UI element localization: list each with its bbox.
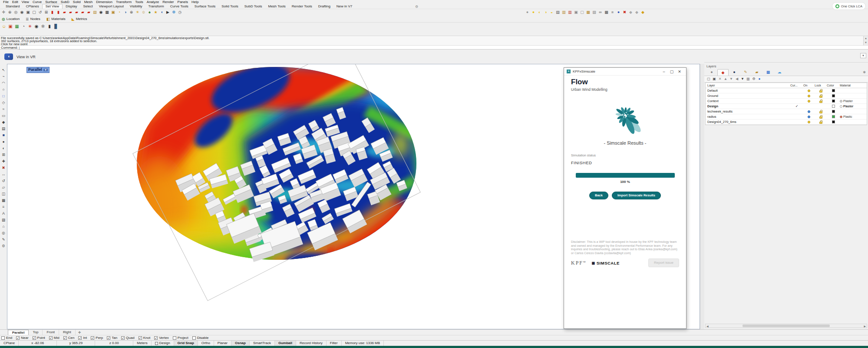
- toolbar-tab-render-tools[interactable]: Render Tools: [289, 4, 315, 9]
- menu-tools[interactable]: Tools: [133, 0, 145, 4]
- display-icon[interactable]: ●: [729, 69, 740, 76]
- menu-view[interactable]: View: [20, 0, 31, 4]
- trim-icon[interactable]: ✖: [1, 165, 6, 170]
- layer-lock-toggle[interactable]: [815, 110, 827, 113]
- camera-dark-icon[interactable]: ◉: [33, 23, 40, 30]
- gem3-icon[interactable]: ◆: [640, 10, 646, 15]
- toolbar-tab-surface-tools[interactable]: Surface Tools: [191, 4, 218, 9]
- v7-icon[interactable]: ▦: [762, 69, 774, 76]
- star-icon[interactable]: ★: [153, 10, 158, 15]
- settings-icon[interactable]: ⚙: [1, 243, 6, 249]
- toolbar-tab-visibility[interactable]: Visibility: [127, 4, 145, 9]
- minimize-button[interactable]: –: [660, 70, 668, 74]
- checkbox-disable[interactable]: [192, 336, 196, 340]
- osnap-project[interactable]: Project: [173, 336, 188, 340]
- layer-material[interactable]: Plastic: [840, 115, 867, 118]
- lock-closed-icon[interactable]: ▣: [573, 10, 579, 15]
- layer-material[interactable]: Plaster: [840, 99, 867, 103]
- column-header-color[interactable]: Color: [827, 84, 840, 87]
- bulb-off-icon[interactable]: ●: [525, 10, 530, 15]
- tab-metrics[interactable]: ◣Metrics: [72, 17, 87, 21]
- toolbar-tab-new-in-v7[interactable]: New in V7: [333, 4, 355, 9]
- layer-on-toggle[interactable]: [803, 100, 815, 103]
- tab-nodes[interactable]: ≣Nodes: [26, 17, 40, 21]
- delete-layer-icon[interactable]: ✕: [717, 76, 723, 82]
- view-in-vr-button[interactable]: View in VR: [17, 55, 36, 59]
- rectangle-icon[interactable]: □: [1, 93, 6, 99]
- copy-layer-icon[interactable]: ▣: [712, 76, 717, 82]
- checkbox-near[interactable]: ✓: [16, 336, 20, 340]
- layer-lock-toggle[interactable]: [815, 115, 827, 119]
- osnap-int[interactable]: ✓Int: [78, 336, 87, 340]
- layer-row[interactable]: Design04_270_6ms: [706, 119, 867, 125]
- osnap-end[interactable]: End: [1, 336, 12, 340]
- move-icon[interactable]: ↔: [1, 172, 6, 177]
- status-smarttrack[interactable]: SmartTrack: [250, 341, 275, 346]
- layer-on-toggle[interactable]: [803, 95, 815, 97]
- status-ortho[interactable]: Ortho: [198, 341, 214, 346]
- osnap-perp[interactable]: ✓Perp: [91, 336, 103, 340]
- osnap-mid[interactable]: ✓Mid: [49, 336, 59, 340]
- pointer-icon[interactable]: ↖: [1, 67, 6, 73]
- flower-icon[interactable]: ✻: [40, 23, 46, 30]
- properties-icon[interactable]: ●: [706, 69, 717, 76]
- osnap-point[interactable]: ✓Point: [33, 336, 45, 340]
- boolean-icon[interactable]: ⊞: [1, 152, 6, 157]
- one-click-lca-badge[interactable]: One Click LCA: [832, 2, 866, 10]
- chevron-down-icon[interactable]: ▼: [860, 53, 866, 58]
- zoom-window-icon[interactable]: ▣: [25, 10, 31, 15]
- walk-icon[interactable]: ▶: [165, 10, 171, 15]
- column-header-cur[interactable]: Cur...: [790, 84, 803, 87]
- gear-icon[interactable]: ✱: [863, 70, 866, 74]
- osnap-near[interactable]: ✓Near: [16, 336, 28, 340]
- menu-solid[interactable]: Solid: [71, 0, 83, 4]
- bars-icon[interactable]: ▊: [53, 23, 59, 30]
- layer-color-swatch[interactable]: [827, 105, 840, 108]
- osnap-tan[interactable]: ✓Tan: [107, 336, 117, 340]
- menu-analyze[interactable]: Analyze: [145, 0, 161, 4]
- maximize-button[interactable]: ▢: [668, 70, 676, 74]
- column-header-material[interactable]: Material: [840, 84, 867, 87]
- status-record-history[interactable]: Record History: [296, 341, 327, 346]
- layer-lock-toggle[interactable]: [815, 120, 827, 124]
- checkbox-quad[interactable]: ✓: [121, 336, 125, 340]
- layer-row[interactable]: Ground: [706, 93, 867, 99]
- layer-on-toggle[interactable]: [803, 89, 815, 92]
- doc-bulb-icon[interactable]: ▥: [561, 10, 567, 15]
- viewport-tab-right[interactable]: Right: [59, 330, 76, 335]
- join-icon[interactable]: ✚: [1, 159, 6, 164]
- fillet-icon[interactable]: ◐: [1, 146, 6, 151]
- osnap-vertex[interactable]: ✓Vertex: [154, 336, 169, 340]
- menu-curve[interactable]: Curve: [31, 0, 43, 4]
- arc-icon[interactable]: ◠: [1, 80, 6, 86]
- fire-hydrant2-icon[interactable]: ▮: [56, 10, 61, 15]
- status-meters[interactable]: Meters: [133, 341, 151, 346]
- layer-color-swatch[interactable]: [827, 110, 840, 113]
- doc-layer-icon[interactable]: ▤: [555, 10, 561, 15]
- list-settings-icon[interactable]: ≡: [610, 10, 615, 15]
- libraries-icon[interactable]: ▰: [751, 69, 762, 76]
- lock-open-icon[interactable]: ▢: [579, 10, 585, 15]
- car4-icon[interactable]: ▰: [80, 10, 86, 15]
- column-header-layer[interactable]: Layer: [707, 84, 790, 87]
- clock-icon[interactable]: ◷: [177, 10, 183, 15]
- account-icon[interactable]: ☺: [1, 23, 7, 30]
- asterisk-icon[interactable]: ✳: [27, 23, 33, 30]
- checkbox-perp[interactable]: ✓: [91, 336, 94, 340]
- menu-edit[interactable]: Edit: [10, 0, 20, 4]
- toolbar-tab-mesh-tools[interactable]: Mesh Tools: [265, 4, 289, 9]
- gem2-icon[interactable]: ◆: [634, 10, 640, 15]
- rotate-icon[interactable]: ↺: [1, 178, 6, 183]
- layer-row[interactable]: Design✓Plaster: [706, 104, 867, 109]
- pan-hand-icon[interactable]: ✛: [1, 10, 7, 15]
- scroll-thumb[interactable]: [743, 325, 830, 327]
- status-z-0-00[interactable]: z 0.00: [95, 341, 133, 346]
- zoom-plus-icon[interactable]: ⊕: [7, 10, 13, 15]
- panel-horizontal-scrollbar[interactable]: ◀▶: [705, 324, 867, 328]
- block-icon[interactable]: ⌂: [1, 224, 6, 229]
- person-icon[interactable]: ☺: [141, 10, 146, 15]
- lock-key-icon[interactable]: ▦: [585, 10, 591, 15]
- gear-icon[interactable]: ⚙: [415, 5, 418, 9]
- toolbar-tab-solid-tools[interactable]: Solid Tools: [218, 4, 241, 9]
- layer-row[interactable]: ContextPlaster: [706, 99, 867, 104]
